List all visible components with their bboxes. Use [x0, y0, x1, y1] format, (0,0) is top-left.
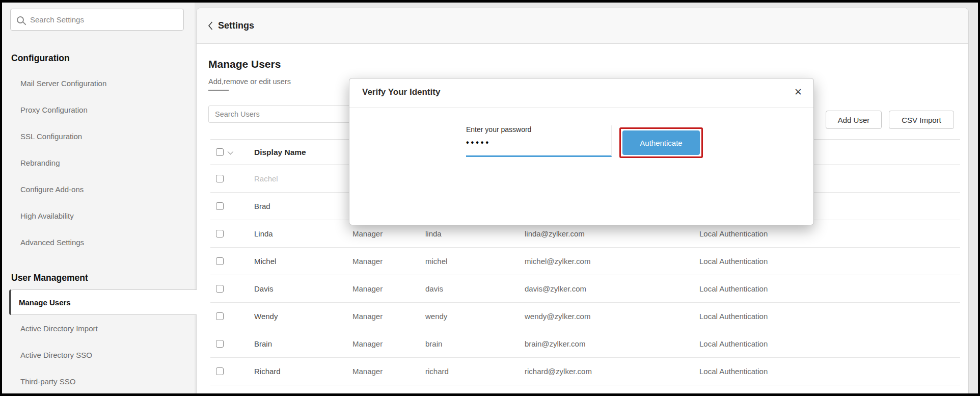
cell-username: michel [425, 257, 525, 266]
table-row: Brain Manager brain brain@zylker.com Loc… [210, 330, 960, 358]
row-checkbox[interactable] [216, 230, 224, 237]
sidebar-item-advanced-settings[interactable]: Advanced Settings [2, 229, 195, 255]
cell-username: davis [425, 284, 525, 293]
sidebar-item-high-availability[interactable]: High Availability [2, 202, 195, 229]
cell-display-name: Wendy [254, 312, 352, 321]
cell-email: brain@zylker.com [525, 339, 699, 348]
sidebar-section-heading: Configuration [2, 49, 195, 67]
cell-username: richard [425, 367, 525, 376]
chevron-left-icon [208, 21, 213, 30]
sidebar-item-ssl-configuration[interactable]: SSL Configuration [2, 123, 195, 149]
cell-role: Manager [352, 339, 425, 348]
sidebar-item-proxy-configuration[interactable]: Proxy Configuration [2, 96, 195, 123]
back-label: Settings [218, 20, 254, 31]
search-icon [17, 16, 24, 23]
cell-authentication: Local Authentication [699, 312, 960, 321]
close-icon[interactable]: ✕ [794, 86, 802, 99]
cell-email: michel@zylker.com [525, 257, 699, 266]
cell-display-name: Richard [254, 367, 352, 376]
row-checkbox[interactable] [216, 340, 224, 348]
cell-email: davis@zylker.com [525, 284, 699, 293]
cell-display-name: Brad [254, 202, 352, 210]
cell-role: Manager [352, 229, 425, 238]
cell-username: linda [425, 229, 525, 238]
dialog-title: Verify Your Identity [362, 87, 440, 97]
password-label: Enter your password [466, 125, 611, 134]
table-row: Michel Manager michel michel@zylker.com … [210, 248, 960, 275]
authenticate-button[interactable]: Authenticate [622, 130, 700, 155]
column-header-display-name: Display Name [254, 148, 352, 157]
cell-email: linda@zylker.com [525, 229, 699, 238]
settings-back-header[interactable]: Settings [197, 8, 968, 44]
cell-role: Manager [352, 284, 425, 293]
cell-authentication: Local Authentication [699, 229, 960, 238]
verify-identity-dialog: Verify Your Identity ✕ Enter your passwo… [349, 78, 814, 225]
cell-username: brain [425, 339, 525, 348]
table-row: Davis Manager davis davis@zylker.com Loc… [210, 275, 960, 303]
cell-username: wendy [425, 312, 525, 321]
sidebar-item-active-directory-sso[interactable]: Active Directory SSO [2, 341, 195, 368]
page-title: Manage Users [208, 58, 281, 70]
authenticate-highlight-border: Authenticate [619, 127, 703, 158]
subtitle-rule [208, 90, 229, 91]
row-checkbox[interactable] [216, 285, 224, 293]
row-checkbox[interactable] [216, 312, 224, 320]
row-checkbox[interactable] [216, 257, 224, 265]
row-checkbox[interactable] [216, 367, 224, 375]
sidebar-item-active-directory-import[interactable]: Active Directory Import [2, 315, 195, 341]
row-checkbox[interactable] [216, 202, 224, 210]
cell-email: wendy@zylker.com [525, 312, 699, 321]
chevron-down-icon[interactable] [228, 148, 233, 154]
sidebar-section-heading: User Management [2, 269, 195, 286]
cell-display-name: Rachel [254, 174, 352, 183]
password-field-group: Enter your password ••••• [466, 125, 612, 157]
sidebar-item-manage-users[interactable]: Manage Users [9, 289, 197, 315]
csv-import-button[interactable]: CSV Import [889, 111, 954, 129]
cell-role: Manager [352, 257, 425, 266]
page-subtitle: Add,remove or edit users [208, 77, 291, 86]
cell-display-name: Linda [254, 229, 352, 238]
cell-authentication: Local Authentication [699, 257, 960, 266]
app-window: Search Settings Configuration Mail Serve… [2, 3, 978, 393]
cell-role: Manager [352, 367, 425, 376]
cell-display-name: Brain [254, 339, 352, 348]
row-checkbox[interactable] [216, 175, 224, 182]
table-row: Richard Manager richard richard@zylker.c… [210, 358, 960, 385]
sidebar-item-rebranding[interactable]: Rebranding [2, 149, 195, 176]
cell-role: Manager [352, 312, 425, 321]
sidebar-item-mail-server-configuration[interactable]: Mail Server Configuration [2, 70, 195, 96]
sidebar-item-configure-add-ons[interactable]: Configure Add-ons [2, 176, 195, 202]
cell-email: richard@zylker.com [525, 367, 699, 376]
sidebar-item-third-party-sso[interactable]: Third-party SSO [2, 368, 195, 393]
cell-display-name: Michel [254, 257, 352, 266]
select-all-checkbox[interactable] [216, 148, 224, 156]
table-row: Wendy Manager wendy wendy@zylker.com Loc… [210, 303, 960, 330]
settings-sidebar: Search Settings Configuration Mail Serve… [2, 3, 195, 393]
dialog-header: Verify Your Identity ✕ [349, 78, 813, 108]
add-user-button[interactable]: Add User [826, 111, 882, 129]
settings-search-placeholder: Search Settings [30, 15, 84, 24]
cell-authentication: Local Authentication [699, 284, 960, 293]
cell-authentication: Local Authentication [699, 339, 960, 348]
cell-authentication: Local Authentication [699, 367, 960, 376]
settings-search-input[interactable]: Search Settings [10, 9, 184, 31]
cell-display-name: Davis [254, 284, 352, 293]
password-input[interactable]: ••••• [466, 138, 611, 147]
